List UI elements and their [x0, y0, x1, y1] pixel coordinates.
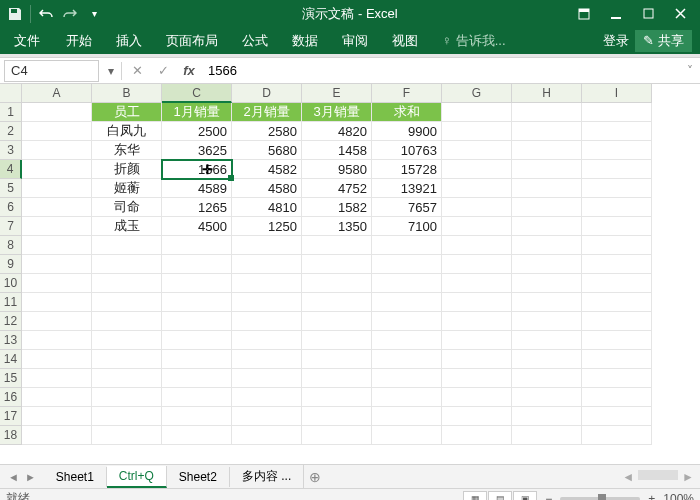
cell-C10[interactable]	[162, 274, 232, 293]
row-header-16[interactable]: 16	[0, 388, 22, 407]
cell-I16[interactable]	[582, 388, 652, 407]
cell-B18[interactable]	[92, 426, 162, 445]
tab-view[interactable]: 视图	[380, 27, 430, 54]
cell-H4[interactable]	[512, 160, 582, 179]
cell-C12[interactable]	[162, 312, 232, 331]
cell-I8[interactable]	[582, 236, 652, 255]
fill-handle[interactable]	[228, 175, 234, 181]
cell-E5[interactable]: 4752	[302, 179, 372, 198]
hscroll-thumb[interactable]	[638, 470, 678, 480]
cell-I14[interactable]	[582, 350, 652, 369]
cell-A18[interactable]	[22, 426, 92, 445]
cell-D1[interactable]: 2月销量	[232, 103, 302, 122]
cell-A7[interactable]	[22, 217, 92, 236]
sheet-tab-more[interactable]: 多内容 ...	[230, 465, 304, 488]
sheet-tab-sheet1[interactable]: Sheet1	[44, 467, 107, 487]
zoom-slider[interactable]	[560, 497, 640, 501]
cell-C4[interactable]: 1566✛	[162, 160, 232, 179]
cell-G5[interactable]	[442, 179, 512, 198]
redo-icon[interactable]	[59, 3, 81, 25]
cell-I9[interactable]	[582, 255, 652, 274]
cell-C9[interactable]	[162, 255, 232, 274]
cell-F2[interactable]: 9900	[372, 122, 442, 141]
save-icon[interactable]	[4, 3, 26, 25]
cell-E15[interactable]	[302, 369, 372, 388]
cell-D10[interactable]	[232, 274, 302, 293]
formula-input[interactable]	[202, 60, 680, 82]
cell-A2[interactable]	[22, 122, 92, 141]
cell-C15[interactable]	[162, 369, 232, 388]
cell-A14[interactable]	[22, 350, 92, 369]
cell-H3[interactable]	[512, 141, 582, 160]
cell-A4[interactable]	[22, 160, 92, 179]
col-header-B[interactable]: B	[92, 84, 162, 103]
cell-A17[interactable]	[22, 407, 92, 426]
view-page-layout-icon[interactable]: ▤	[488, 491, 512, 501]
cell-A16[interactable]	[22, 388, 92, 407]
insert-function-icon[interactable]: fx	[176, 63, 202, 78]
row-header-13[interactable]: 13	[0, 331, 22, 350]
cell-G2[interactable]	[442, 122, 512, 141]
cell-E7[interactable]: 1350	[302, 217, 372, 236]
ribbon-display-icon[interactable]	[570, 3, 598, 25]
cell-B5[interactable]: 姬蘅	[92, 179, 162, 198]
sheet-tab-ctrlq[interactable]: Ctrl+Q	[107, 466, 167, 488]
cell-G17[interactable]	[442, 407, 512, 426]
cell-E3[interactable]: 1458	[302, 141, 372, 160]
tell-me-search[interactable]: ♀ 告诉我...	[430, 27, 518, 54]
cell-H16[interactable]	[512, 388, 582, 407]
signin-link[interactable]: 登录	[603, 32, 629, 50]
cell-C5[interactable]: 4589	[162, 179, 232, 198]
cell-B7[interactable]: 成玉	[92, 217, 162, 236]
row-header-3[interactable]: 3	[0, 141, 22, 160]
cell-B1[interactable]: 员工	[92, 103, 162, 122]
cell-E16[interactable]	[302, 388, 372, 407]
cell-C8[interactable]	[162, 236, 232, 255]
cell-G16[interactable]	[442, 388, 512, 407]
select-all-corner[interactable]	[0, 84, 22, 103]
cell-B16[interactable]	[92, 388, 162, 407]
cell-E2[interactable]: 4820	[302, 122, 372, 141]
cell-C1[interactable]: 1月销量	[162, 103, 232, 122]
cell-E4[interactable]: 9580	[302, 160, 372, 179]
cell-C11[interactable]	[162, 293, 232, 312]
cell-A8[interactable]	[22, 236, 92, 255]
cell-D5[interactable]: 4580	[232, 179, 302, 198]
cell-F18[interactable]	[372, 426, 442, 445]
cell-E8[interactable]	[302, 236, 372, 255]
cell-G15[interactable]	[442, 369, 512, 388]
cell-I6[interactable]	[582, 198, 652, 217]
cell-B12[interactable]	[92, 312, 162, 331]
cell-D16[interactable]	[232, 388, 302, 407]
row-header-17[interactable]: 17	[0, 407, 22, 426]
cell-H7[interactable]	[512, 217, 582, 236]
qat-customize-icon[interactable]: ▾	[83, 3, 105, 25]
add-sheet-button[interactable]: ⊕	[304, 469, 326, 485]
zoom-level[interactable]: 100%	[663, 492, 694, 501]
enter-formula-icon[interactable]: ✓	[150, 63, 176, 78]
col-header-D[interactable]: D	[232, 84, 302, 103]
tab-review[interactable]: 审阅	[330, 27, 380, 54]
cell-B13[interactable]	[92, 331, 162, 350]
cell-F4[interactable]: 15728	[372, 160, 442, 179]
row-header-2[interactable]: 2	[0, 122, 22, 141]
cell-H10[interactable]	[512, 274, 582, 293]
cell-I5[interactable]	[582, 179, 652, 198]
cell-F8[interactable]	[372, 236, 442, 255]
cell-H11[interactable]	[512, 293, 582, 312]
cell-D17[interactable]	[232, 407, 302, 426]
cell-D2[interactable]: 2580	[232, 122, 302, 141]
tab-data[interactable]: 数据	[280, 27, 330, 54]
close-icon[interactable]	[666, 3, 694, 25]
cell-A3[interactable]	[22, 141, 92, 160]
cell-E1[interactable]: 3月销量	[302, 103, 372, 122]
cell-D7[interactable]: 1250	[232, 217, 302, 236]
cell-G1[interactable]	[442, 103, 512, 122]
cell-A11[interactable]	[22, 293, 92, 312]
cell-I17[interactable]	[582, 407, 652, 426]
cell-C3[interactable]: 3625	[162, 141, 232, 160]
cell-F11[interactable]	[372, 293, 442, 312]
cell-E13[interactable]	[302, 331, 372, 350]
cell-A10[interactable]	[22, 274, 92, 293]
cell-D8[interactable]	[232, 236, 302, 255]
